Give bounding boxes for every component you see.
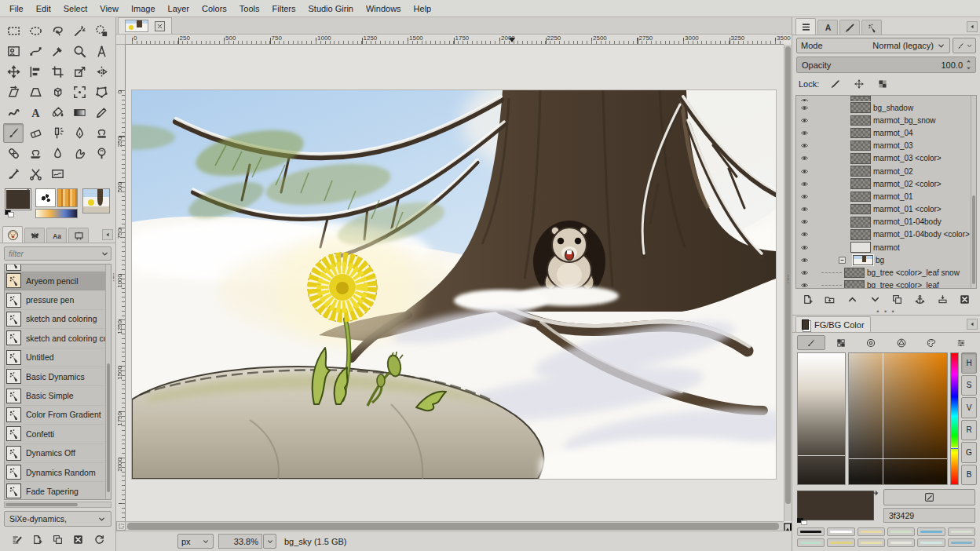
menu-item[interactable]: Windows bbox=[360, 2, 408, 16]
fg-bg-color-area[interactable] bbox=[5, 188, 31, 218]
layer-row[interactable]: marmot_01-04body <color> bbox=[796, 228, 971, 241]
color-history-swatch[interactable] bbox=[858, 538, 885, 547]
mypaint-brush-tool[interactable] bbox=[3, 164, 24, 184]
rectangle-select-tool[interactable] bbox=[3, 21, 24, 41]
group-expander[interactable] bbox=[838, 256, 847, 265]
layer-visibility-toggle[interactable] bbox=[798, 96, 811, 101]
bucket-fill-tool[interactable] bbox=[47, 103, 68, 122]
color-history-swatch[interactable] bbox=[827, 527, 854, 536]
layer-visibility-toggle[interactable] bbox=[798, 103, 811, 113]
dynamics-list-item[interactable]: Untitled bbox=[5, 348, 105, 367]
quick-mask-toggle[interactable] bbox=[116, 521, 126, 531]
fuzzy-select-tool[interactable] bbox=[69, 21, 90, 41]
pencil-tool[interactable] bbox=[91, 103, 112, 122]
layer-thumbnail[interactable] bbox=[850, 140, 871, 151]
layer-visibility-toggle[interactable] bbox=[798, 115, 811, 126]
layer-name[interactable]: marmot_01-04body bbox=[873, 217, 942, 226]
layer-name[interactable]: marmot bbox=[873, 243, 900, 252]
value-strip[interactable] bbox=[797, 352, 846, 485]
right-panel-resize-handle[interactable]: ⁝⁝ bbox=[787, 276, 789, 283]
unit-select[interactable]: px bbox=[177, 534, 214, 549]
layer-thumbnail[interactable] bbox=[844, 280, 865, 288]
channel-button[interactable]: B bbox=[961, 465, 977, 486]
new-layer-button[interactable] bbox=[799, 291, 816, 307]
mode-group-switch-button[interactable] bbox=[953, 38, 976, 53]
layer-visibility-toggle[interactable] bbox=[798, 204, 811, 214]
dynamics-list-item[interactable]: Fade Tapering bbox=[5, 482, 105, 499]
perspective-clone-tool[interactable] bbox=[25, 144, 46, 163]
active-gradient-preview[interactable] bbox=[35, 209, 78, 218]
swap-colors-icon[interactable] bbox=[22, 187, 32, 197]
close-image-button[interactable] bbox=[155, 21, 165, 31]
blur-sharpen-tool[interactable] bbox=[47, 144, 68, 163]
left-panel-resize-handle[interactable]: ⁝⁝ bbox=[112, 275, 115, 281]
color-history-swatch[interactable] bbox=[948, 527, 975, 536]
align-tool[interactable] bbox=[25, 62, 46, 82]
layer-thumbnail[interactable] bbox=[850, 178, 871, 189]
layer-mode-dropdown[interactable]: Mode Normal (legacy) bbox=[796, 38, 950, 53]
menu-item[interactable]: Studio Girin bbox=[302, 2, 359, 16]
spinner-down-icon[interactable] bbox=[965, 65, 972, 71]
current-color-swatch[interactable] bbox=[797, 491, 874, 520]
layer-name[interactable]: marmot_01 bbox=[873, 192, 913, 201]
menu-item[interactable]: File bbox=[3, 2, 30, 16]
layer-thumbnail[interactable] bbox=[850, 115, 871, 126]
layers-vertical-scrollbar[interactable] bbox=[971, 96, 976, 288]
seamless-clone-tool[interactable] bbox=[47, 164, 68, 184]
layer-visibility-toggle[interactable] bbox=[798, 140, 811, 151]
handle-transform-tool[interactable] bbox=[69, 82, 90, 102]
paintbrush-tool[interactable] bbox=[3, 123, 24, 143]
layer-visibility-toggle[interactable] bbox=[798, 268, 811, 278]
free-select-tool[interactable] bbox=[47, 21, 68, 41]
select-by-color-tool[interactable] bbox=[91, 21, 112, 41]
move-tool[interactable] bbox=[3, 62, 24, 82]
menu-item[interactable]: Colors bbox=[196, 2, 233, 16]
layer-name[interactable]: bg_tree <color>_leaf bbox=[867, 281, 939, 288]
tab-dynamics[interactable] bbox=[861, 20, 882, 35]
dynamics-list-item[interactable]: Dynamics Random bbox=[5, 463, 105, 482]
tab-paint-dynamics[interactable] bbox=[2, 226, 23, 243]
crop-tool[interactable] bbox=[47, 62, 68, 82]
layer-thumbnail[interactable] bbox=[844, 268, 865, 279]
saturation-square[interactable] bbox=[848, 352, 948, 485]
filter-dropdown-icon[interactable] bbox=[101, 250, 109, 258]
layer-thumbnail[interactable] bbox=[850, 153, 871, 164]
layer-row[interactable]: marmot_02 bbox=[796, 165, 971, 177]
lock-position-button[interactable] bbox=[850, 77, 868, 91]
channel-button[interactable]: G bbox=[961, 442, 977, 463]
color-history-swatch[interactable] bbox=[797, 527, 825, 536]
dynamics-list-item[interactable]: Confetti bbox=[5, 425, 105, 443]
hex-color-input[interactable]: 3f3429 bbox=[883, 508, 975, 523]
dodge-burn-tool[interactable] bbox=[91, 144, 112, 163]
delete-layer-button[interactable] bbox=[956, 291, 974, 307]
layer-thumbnail[interactable] bbox=[850, 204, 871, 215]
tab-letter-a[interactable] bbox=[817, 20, 838, 35]
flip-tool[interactable] bbox=[91, 62, 112, 82]
new-layer-group-button[interactable] bbox=[821, 291, 839, 307]
dynamics-list-item[interactable]: Basic Dynamics bbox=[5, 367, 105, 386]
tab-fonts[interactable] bbox=[46, 228, 67, 243]
color-history-swatch[interactable] bbox=[827, 538, 854, 547]
dock-tab-menu-button[interactable] bbox=[102, 229, 113, 240]
layer-row[interactable]: marmot bbox=[796, 241, 971, 254]
dynamics-list-item[interactable]: Aryeom pencil bbox=[5, 272, 105, 290]
duplicate-layer-button[interactable] bbox=[889, 291, 906, 307]
zoom-level-field[interactable]: 33.8% bbox=[218, 534, 262, 549]
layer-thumbnail[interactable] bbox=[850, 128, 871, 139]
text-tool[interactable] bbox=[25, 103, 46, 122]
color-history-swatch[interactable] bbox=[917, 538, 945, 547]
layer-visibility-toggle[interactable] bbox=[798, 192, 811, 202]
dynamics-list-item[interactable]: Color From Gradient bbox=[5, 406, 105, 425]
layer-name[interactable]: marmot_03 <color> bbox=[873, 154, 942, 162]
layer-visibility-toggle[interactable] bbox=[798, 255, 811, 265]
anchor-layer-button[interactable] bbox=[912, 291, 929, 307]
layer-name[interactable]: bg bbox=[876, 256, 884, 265]
layer-visibility-toggle[interactable] bbox=[798, 128, 811, 138]
channel-button[interactable]: R bbox=[961, 420, 977, 441]
menu-item[interactable]: View bbox=[93, 2, 125, 16]
foreground-select-tool[interactable] bbox=[3, 42, 24, 61]
duplicate-dynamics-button[interactable] bbox=[49, 531, 67, 547]
tab-canvas[interactable] bbox=[68, 228, 89, 243]
dynamics-list-item[interactable]: pressure pen bbox=[5, 290, 105, 309]
canvas-artwork[interactable] bbox=[132, 90, 776, 479]
